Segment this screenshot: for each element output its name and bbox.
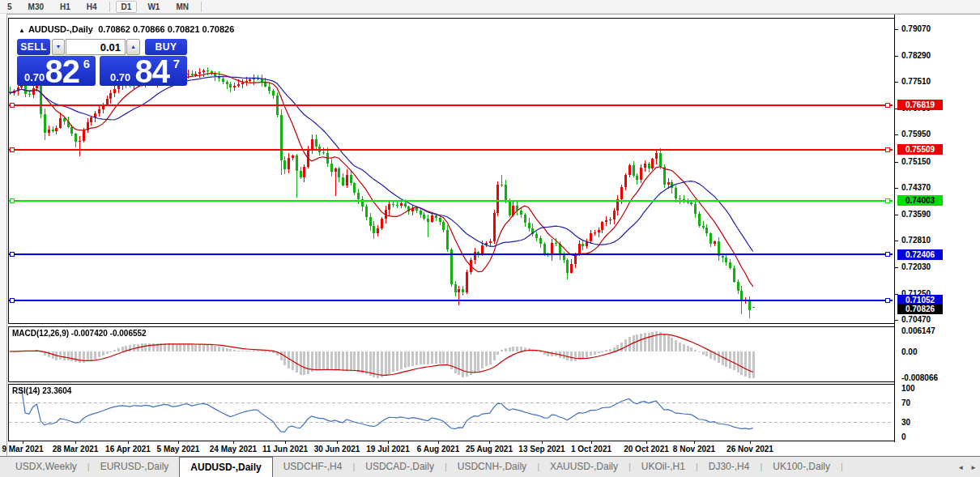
price-axis-tick-label: 0.74370	[901, 183, 931, 192]
toolbar-separator	[109, 2, 110, 12]
date-axis-tick	[750, 441, 751, 444]
rsi-canvas[interactable]	[9, 385, 893, 439]
collapse-triangle-icon[interactable]: ▲	[19, 27, 25, 34]
tab-scroll-arrows: ◄ ►	[957, 457, 977, 477]
rsi-axis-label: 70	[901, 398, 910, 407]
price-axis-tick-label: 0.78290	[901, 51, 931, 60]
tab-audusd-daily[interactable]: AUDUSD-,Daily	[179, 457, 272, 477]
date-axis-label: 11 Jun 2021	[262, 445, 308, 454]
volume-input[interactable]	[66, 39, 126, 55]
tab-dj30-h4[interactable]: DJ30-,H4	[698, 457, 761, 477]
tab-usdcad-daily[interactable]: USDCAD-,Daily	[355, 457, 445, 477]
mt4-platform-window: 5M30H1H4D1W1MN ▲AUDUSD-,Daily 0.70862 0.…	[0, 0, 980, 477]
price-axis-tick	[895, 215, 898, 215]
hline-price-label: 0.76819	[897, 100, 943, 110]
tab-scroll-right-icon[interactable]: ►	[970, 464, 977, 471]
buy-price-button[interactable]: 0.70 84 7	[100, 56, 187, 86]
hline-price-label: 0.72406	[897, 249, 943, 260]
chart-ohlc-values: 0.70862 0.70866 0.70821 0.70826	[98, 24, 234, 34]
price-axis-tick-label: 0.77510	[901, 77, 931, 86]
price-axis-tick	[895, 241, 898, 241]
timeframe-button-H1[interactable]: H1	[54, 1, 76, 13]
macd-axis-label: 0.00	[901, 347, 917, 356]
date-axis[interactable]: 9 Mar 202128 Mar 202116 Apr 20215 May 20…	[8, 441, 894, 457]
price-axis[interactable]: 0.790700.782900.775100.767300.759500.751…	[894, 15, 980, 442]
date-axis-tick	[75, 441, 76, 444]
timeframe-button-5[interactable]: 5	[2, 1, 18, 13]
tab-uk100-daily[interactable]: UK100-,Daily	[762, 457, 841, 477]
volume-decrease-button[interactable]: ▼	[52, 39, 65, 55]
date-axis-tick	[23, 441, 23, 444]
date-axis-label: 8 Nov 2021	[673, 445, 715, 454]
date-axis-label: 30 Jun 2021	[314, 445, 360, 454]
tab-scroll-left-icon[interactable]: ◄	[957, 464, 964, 471]
sell-price-button[interactable]: 0.70 82 6	[17, 56, 96, 86]
price-axis-tick	[895, 134, 898, 135]
buy-price-pip-digit: 7	[173, 57, 180, 70]
price-axis-tick-label: 0.75150	[901, 157, 931, 166]
rsi-axis-label: 100	[901, 384, 915, 393]
sell-price-big-digits: 82	[45, 56, 80, 87]
hline-price-label: 0.75509	[897, 144, 943, 155]
tab-eurusd-daily[interactable]: EURUSD-,Daily	[90, 457, 180, 477]
tab-xauusd-daily[interactable]: XAUUSD-,Daily	[539, 457, 628, 477]
price-axis-tick	[895, 320, 898, 321]
one-click-trading-panel: SELL ▼ ▲ BUY 0.70 82 6 0.70 84 7	[17, 39, 187, 86]
current-price-label: 0.70826	[897, 304, 943, 314]
date-axis-tick	[388, 441, 389, 444]
date-axis-tick	[285, 441, 286, 444]
toolbar-separator	[201, 2, 202, 12]
price-axis-tick-label: 0.73590	[901, 210, 931, 219]
buy-price-prefix: 0.70	[110, 71, 130, 83]
date-axis-label: 16 Apr 2021	[105, 445, 151, 454]
date-axis-label: 26 Nov 2021	[726, 445, 773, 454]
buy-price-big-digits: 84	[135, 56, 170, 87]
date-axis-tick	[591, 441, 592, 444]
sell-price-pip-digit: 6	[83, 57, 90, 70]
date-axis-label: 28 Mar 2021	[53, 445, 99, 454]
macd-label: MACD(12,26,9) -0.007420 -0.006552	[12, 329, 147, 338]
tab-usdx-weekly[interactable]: USDX,Weekly	[5, 457, 87, 477]
date-axis-tick	[233, 441, 234, 444]
timeframe-button-M30[interactable]: M30	[23, 1, 49, 13]
timeframe-toolbar: 5M30H1H4D1W1MN	[0, 0, 980, 14]
rsi-label: RSI(14) 23.3604	[12, 386, 71, 395]
sell-price-prefix: 0.70	[24, 71, 45, 83]
price-axis-tick	[895, 29, 898, 30]
timeframe-button-MN[interactable]: MN	[170, 1, 194, 13]
price-axis-tick	[895, 162, 898, 163]
date-axis-tick	[128, 441, 129, 444]
price-axis-tick-label: 0.75950	[901, 130, 931, 138]
price-axis-tick-label: 0.72810	[901, 236, 931, 245]
tab-usdcnh-daily[interactable]: USDCNH-,Daily	[447, 457, 537, 477]
date-axis-tick	[646, 441, 647, 444]
price-axis-tick-label: 0.79070	[901, 24, 931, 33]
buy-button[interactable]: BUY	[145, 39, 187, 55]
date-axis-label: 24 May 2021	[210, 445, 257, 454]
chart-tab-bar: USDX,Weekly|EURUSD-,DailyAUDUSD-,DailyUS…	[0, 456, 980, 477]
price-axis-tick	[895, 267, 898, 268]
macd-axis-label: 0.006147	[901, 326, 935, 335]
price-axis-tick-label: 0.70470	[901, 315, 931, 324]
chart-symbol-label: AUDUSD-,Daily	[28, 24, 93, 34]
date-axis-label: 13 Sep 2021	[518, 445, 565, 454]
rsi-axis-label: 30	[901, 418, 910, 427]
date-axis-label: 1 Oct 2021	[571, 445, 611, 454]
date-axis-tick	[489, 441, 490, 444]
date-axis-label: 25 Aug 2021	[466, 445, 513, 454]
timeframe-button-D1[interactable]: D1	[116, 1, 138, 13]
timeframe-button-H4[interactable]: H4	[81, 1, 103, 13]
chart-window: ▲AUDUSD-,Daily 0.70862 0.70866 0.70821 0…	[6, 14, 980, 456]
price-axis-tick	[895, 82, 898, 83]
chart-title: ▲AUDUSD-,Daily 0.70862 0.70866 0.70821 0…	[19, 24, 234, 34]
date-axis-label: 9 Mar 2021	[2, 445, 43, 454]
timeframe-button-W1[interactable]: W1	[142, 1, 165, 13]
date-axis-tick	[694, 441, 695, 444]
volume-increase-button[interactable]: ▲	[126, 39, 140, 55]
macd-indicator-pane: MACD(12,26,9) -0.007420 -0.006552	[8, 326, 895, 382]
main-chart-pane: ▲AUDUSD-,Daily 0.70862 0.70866 0.70821 0…	[8, 18, 895, 324]
date-axis-label: 5 May 2021	[157, 445, 200, 454]
sell-button[interactable]: SELL	[17, 39, 50, 55]
tab-ukoil-h1[interactable]: UKOil-,H1	[631, 457, 696, 477]
tab-usdchf-h4[interactable]: USDCHF-,H4	[273, 457, 353, 477]
